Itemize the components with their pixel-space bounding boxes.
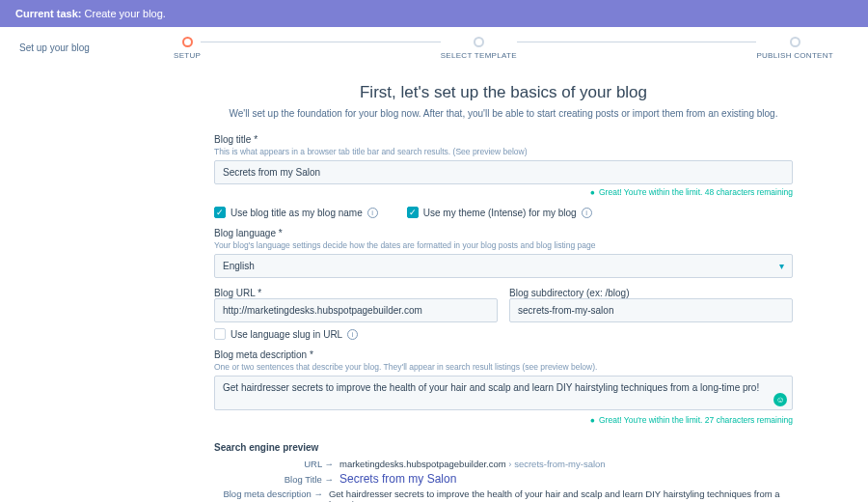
page-heading: First, let's set up the basics of your b… (174, 83, 833, 102)
step-select-template[interactable]: SELECT TEMPLATE (441, 37, 517, 60)
stepper: SETUP SELECT TEMPLATE PUBLISH CONTENT (174, 27, 833, 64)
blog-title-hint: This is what appears in a browser tab ti… (214, 147, 793, 156)
check-icon (214, 328, 226, 340)
top-banner: Current task: Create your blog. (0, 0, 868, 27)
blog-url-label: Blog URL * (214, 288, 498, 298)
sidebar-title: Set up your blog (19, 42, 174, 53)
step-dot-icon (790, 37, 800, 47)
step-publish-content[interactable]: PUBLISH CONTENT (756, 37, 833, 60)
preview-title-label: Blog Title (214, 474, 339, 485)
task-name: Create your blog. (85, 8, 166, 19)
blog-title-label: Blog title * (214, 134, 793, 145)
preview-title-value: Secrets from my Salon (339, 472, 456, 486)
smiley-icon: ☺ (773, 393, 787, 406)
check-icon: ✓ (407, 207, 419, 218)
blog-subdir-input[interactable] (509, 298, 793, 322)
preview-url-value: marketingdesks.hubspotpagebuilder.com › … (339, 459, 606, 469)
info-icon[interactable]: i (347, 329, 358, 340)
task-label: Current task: (15, 8, 81, 19)
meta-desc-input[interactable]: Get hairdresser secrets to improve the h… (214, 376, 793, 410)
preview-url-label: URL (214, 459, 339, 469)
preview-meta-value: Get hairdresser secrets to improve the h… (329, 488, 793, 502)
search-preview: Search engine preview URL marketingdesks… (214, 442, 793, 502)
blog-url-input[interactable] (214, 298, 498, 322)
sidebar: Set up your blog (0, 27, 174, 502)
step-line (201, 42, 441, 42)
checkbox-label: Use language slug in URL (231, 329, 342, 340)
step-dot-icon (474, 37, 484, 47)
blog-language-select[interactable]: English ▾ (214, 254, 793, 278)
checkbox-label: Use my theme (Intense) for my blog (423, 208, 577, 218)
step-label: PUBLISH CONTENT (756, 51, 833, 60)
meta-desc-label: Blog meta description * (214, 349, 793, 360)
meta-desc-hint: One or two sentences that describe your … (214, 362, 793, 372)
step-label: SETUP (174, 51, 201, 60)
blog-subdir-label: Blog subdirectory (ex: /blog) (509, 288, 793, 298)
step-setup[interactable]: SETUP (174, 37, 201, 60)
use-theme-checkbox[interactable]: ✓ Use my theme (Intense) for my blog i (407, 207, 592, 218)
info-icon[interactable]: i (367, 208, 378, 218)
blog-language-hint: Your blog's language settings decide how… (214, 240, 793, 250)
meta-desc-status: Great! You're within the limit. 27 chara… (214, 415, 793, 425)
chevron-down-icon: ▾ (779, 261, 784, 271)
blog-title-input[interactable] (214, 160, 793, 184)
select-value: English (223, 261, 255, 271)
checkbox-label: Use blog title as my blog name (231, 208, 363, 218)
use-title-as-name-checkbox[interactable]: ✓ Use blog title as my blog name i (214, 207, 378, 218)
info-icon[interactable]: i (582, 208, 592, 218)
step-label: SELECT TEMPLATE (441, 51, 517, 60)
use-language-slug-checkbox[interactable]: Use language slug in URL i (214, 328, 793, 340)
preview-meta-label: Blog meta description (214, 488, 329, 499)
step-line (517, 42, 757, 42)
step-dot-icon (182, 37, 193, 47)
check-icon: ✓ (214, 207, 226, 218)
blog-title-status: Great! You're within the limit. 48 chara… (214, 187, 793, 197)
page-subheading: We'll set up the foundation for your blo… (174, 108, 833, 119)
blog-language-label: Blog language * (214, 228, 793, 238)
preview-heading: Search engine preview (214, 442, 793, 453)
